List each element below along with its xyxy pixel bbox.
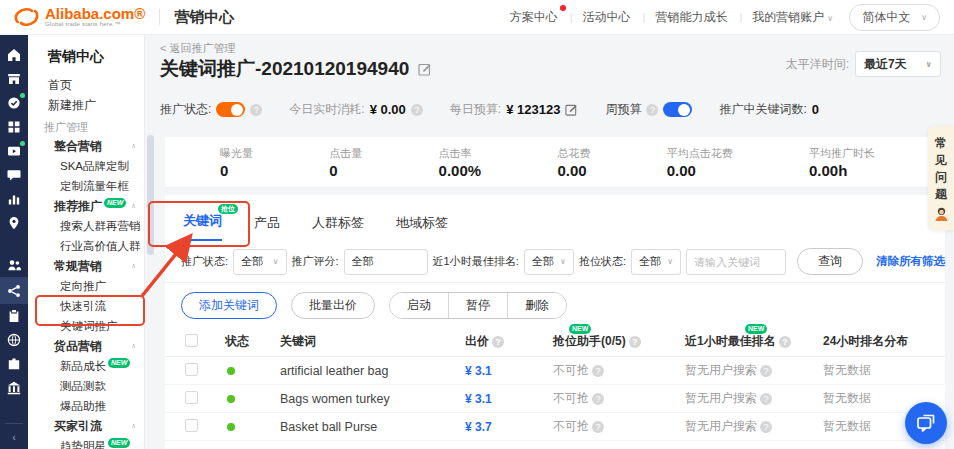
chevron-up-icon[interactable]: ∧ (131, 256, 136, 276)
help-icon[interactable]: ? (760, 421, 772, 433)
tab-item[interactable]: 产品 (254, 214, 280, 241)
chevron-up-icon[interactable]: ∧ (131, 196, 136, 216)
sidebar-item-keyword-promotion[interactable]: 关键词推广 (28, 316, 144, 336)
bid-cell[interactable]: ¥ 3.7 (465, 420, 553, 434)
table-row[interactable]: Bags women turkey¥ 3.1不可抢?暂无用户搜索?暂无数据 (165, 385, 945, 413)
edit-icon[interactable] (418, 62, 432, 76)
start-button[interactable]: 启动 (390, 293, 448, 318)
help-icon[interactable]: ? (760, 365, 772, 377)
sidebar-item[interactable]: 新建推广 (28, 95, 144, 115)
rail-bar-chart-icon[interactable] (0, 187, 28, 211)
sidebar-item[interactable]: 推荐推广NEW∧ (28, 196, 144, 216)
delete-button[interactable]: 删除 (507, 293, 566, 318)
sidebar-item[interactable]: 首页 (28, 75, 144, 95)
help-icon[interactable]: ? (592, 393, 604, 405)
select-all-checkbox[interactable] (185, 334, 198, 347)
logo-brand: Alibaba.com® (45, 7, 145, 20)
divider (159, 9, 160, 25)
scrollbar-thumb[interactable] (147, 135, 154, 255)
promo-status-filter[interactable]: 全部 ∨ (233, 249, 286, 275)
topnav-item[interactable]: 方案中心 (510, 9, 560, 26)
sidebar-item[interactable]: 定制流量年框 (28, 176, 144, 196)
sidebar-item[interactable]: 货品营销∧ (28, 336, 144, 356)
collapse-rail-button[interactable]: ‹ (5, 423, 23, 443)
language-selector[interactable]: 简体中文 ∨ (849, 4, 940, 31)
rail-video-icon[interactable] (0, 139, 28, 163)
best-rank-filter[interactable]: 全部 ∨ (524, 249, 574, 275)
promo-score-filter[interactable] (344, 249, 428, 275)
row-checkbox[interactable] (185, 419, 198, 432)
rail-location-pin-icon[interactable] (0, 211, 28, 235)
row-checkbox[interactable] (185, 363, 198, 376)
sidebar-item[interactable]: 定向推广 (28, 276, 144, 296)
sidebar-item[interactable]: 行业高价值人群 (28, 236, 144, 256)
rail-home-icon[interactable] (0, 43, 28, 67)
table-row[interactable]: Basket ball Purse¥ 3.7不可抢?暂无用户搜索?暂无数据 (165, 413, 945, 441)
help-icon[interactable]: ? (592, 365, 604, 377)
rail-share-icon[interactable] (0, 277, 28, 304)
sidebar-item[interactable]: 快速引流 (28, 296, 144, 316)
grab-status-filter[interactable]: 全部 ∨ (631, 249, 681, 275)
rail-globe-icon[interactable] (0, 328, 28, 352)
rail-briefcase-icon[interactable] (0, 352, 28, 376)
help-icon[interactable]: ? (250, 104, 262, 116)
sidebar-item[interactable]: 新品成长NEW (28, 356, 144, 376)
help-icon[interactable]: ? (629, 336, 641, 348)
tab-keywords-active[interactable]: 关键词抢位 (183, 212, 222, 241)
tab-item[interactable]: 地域标签 (396, 214, 448, 241)
week-budget-toggle[interactable] (663, 102, 692, 117)
topnav-item[interactable]: 我的营销账户∨ (752, 9, 835, 26)
rail-grid-icon[interactable] (0, 115, 28, 139)
topnav-item[interactable]: 营销能力成长 (655, 9, 729, 26)
rail-bank-icon[interactable] (0, 376, 28, 400)
clear-filters-link[interactable]: 清除所有筛选 (876, 254, 945, 269)
help-icon[interactable]: ? (592, 421, 604, 433)
rail-storefront-icon[interactable] (0, 67, 28, 91)
rail-badge-check-icon[interactable] (0, 91, 28, 115)
chevron-up-icon[interactable]: ∧ (131, 336, 136, 356)
sidebar-item[interactable]: 常规营销∧ (28, 256, 144, 276)
bulk-bid-button[interactable]: 批量出价 (291, 292, 375, 319)
faq-tab-char: 问 (935, 169, 947, 185)
promo-status-toggle[interactable] (216, 102, 245, 117)
rail-clipboard-icon[interactable] (0, 304, 28, 328)
bid-cell[interactable]: ¥ 3.1 (465, 392, 553, 406)
add-keyword-button[interactable]: 添加关键词 (181, 292, 277, 319)
chat-button[interactable] (905, 402, 947, 444)
sidebar-item[interactable]: 搜索人群再营销 (28, 216, 144, 236)
row-checkbox[interactable] (185, 391, 198, 404)
pause-button[interactable]: 暂停 (448, 293, 507, 318)
faq-tab-char: 见 (935, 152, 947, 168)
sidebar-item[interactable]: 爆品助推 (28, 396, 144, 416)
help-icon[interactable]: ? (646, 104, 658, 116)
stat-label: 平均点击花费 (667, 146, 733, 161)
table-row[interactable]: artificial leather bag¥ 3.1不可抢?暂无用户搜索?暂无… (165, 357, 945, 385)
sidebar-item[interactable]: 测品测款 (28, 376, 144, 396)
help-icon[interactable]: ? (760, 393, 772, 405)
faq-side-tab[interactable]: 常见问题 (928, 126, 954, 230)
sidebar-item[interactable]: 整合营销∧ (28, 136, 144, 156)
search-button[interactable]: 查询 (797, 248, 863, 275)
date-range-select[interactable]: 最近7天 ∨ (855, 51, 941, 77)
tab-item[interactable]: 人群标签 (312, 214, 364, 241)
edit-icon[interactable] (565, 103, 578, 116)
chevron-up-icon[interactable]: ∧ (131, 416, 136, 436)
help-icon[interactable]: ? (411, 104, 423, 116)
bid-cell[interactable]: ¥ 3.1 (465, 364, 553, 378)
help-icon[interactable]: ? (779, 336, 791, 348)
help-icon[interactable]: ? (492, 336, 504, 348)
sidebar-item-label: 关键词推广 (60, 320, 118, 332)
rail-users-icon[interactable] (0, 253, 28, 277)
breadcrumb[interactable]: < 返回推广管理 (160, 41, 235, 56)
sidebar-item[interactable]: 买家引流∧ (28, 416, 144, 436)
alibaba-logo[interactable]: Alibaba.com® Global trade starts here.™ (14, 6, 145, 28)
rail-chat-icon[interactable] (0, 163, 28, 187)
sidebar-item[interactable]: SKA品牌定制 (28, 156, 144, 176)
keyword-search-input[interactable] (686, 249, 786, 275)
topnav-item[interactable]: 活动中心 (583, 9, 633, 26)
sidebar-item[interactable]: 趋势明星NEW (28, 436, 144, 449)
keywords-panel: 关键词抢位产品人群标签地域标签 推广状态: 全部 ∨ 推广评分: 近1小时最佳排… (165, 195, 945, 449)
sidebar-item-label: 爆品助推 (60, 400, 106, 412)
chevron-up-icon[interactable]: ∧ (131, 136, 136, 156)
sidebar-item-label: 首页 (48, 78, 72, 92)
